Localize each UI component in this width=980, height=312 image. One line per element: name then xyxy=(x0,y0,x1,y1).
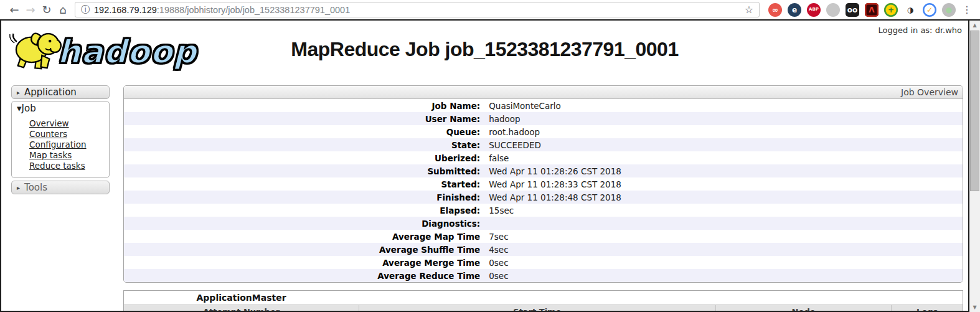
sidebar-section-tools[interactable]: ▸ Tools xyxy=(11,181,110,194)
overview-row-value: 0sec xyxy=(484,258,963,268)
overview-row-label: User Name: xyxy=(124,114,484,124)
overview-row-value: SUCCEEDED xyxy=(484,140,963,150)
overview-row: Diagnostics: xyxy=(124,217,963,230)
infinity-extension-icon[interactable]: ∞ xyxy=(768,3,782,17)
sidebar-link-configuration[interactable]: Configuration xyxy=(29,139,109,150)
overview-row-label: Queue: xyxy=(124,127,484,137)
overview-row-value: hadoop xyxy=(484,114,963,124)
overview-row-value: 0sec xyxy=(484,271,963,281)
overview-row-label: Average Reduce Time xyxy=(124,271,484,281)
am-table-caption: ApplicationMaster xyxy=(124,293,359,303)
page-header: hadoop MapReduce Job job_1523381237791_0… xyxy=(1,21,968,85)
cat-extension-icon[interactable]: ◑ xyxy=(903,3,917,17)
blue-check-extension-icon[interactable]: ✓ xyxy=(923,3,936,17)
binoculars-extension-icon[interactable]: oo xyxy=(846,3,859,17)
sphere-extension-icon[interactable] xyxy=(826,3,840,17)
overview-row: Average Map Time7sec xyxy=(124,230,963,243)
overview-row: State:SUCCEEDED xyxy=(124,138,963,151)
overview-row-label: Average Shuffle Time xyxy=(124,245,484,255)
overview-row: Queue:root.hadoop xyxy=(124,125,963,138)
browser-viewport: hadoop MapReduce Job job_1523381237791_0… xyxy=(0,21,980,312)
am-column-header-start-time: Start Time xyxy=(359,305,715,312)
forward-icon[interactable]: → xyxy=(22,4,39,16)
overview-row-label: Job Name: xyxy=(124,101,484,111)
overview-row-value: false xyxy=(484,153,963,163)
overview-row-label: Uberized: xyxy=(124,153,484,163)
browser-menu-icon[interactable]: ⋮ xyxy=(962,4,972,16)
overview-row: Elapsed:15sec xyxy=(124,204,963,217)
green-plus-extension-icon[interactable]: + xyxy=(884,3,898,17)
am-caption-row: ApplicationMaster xyxy=(124,291,963,305)
vertical-scrollbar[interactable]: ▲ ▼ xyxy=(969,21,980,312)
overview-row-value: 4sec xyxy=(484,245,963,255)
adblock-plus-extension-icon[interactable]: ABP xyxy=(807,3,821,17)
overview-row-label: State: xyxy=(124,140,484,150)
content-row: ▸ Application ▾ Job OverviewCountersConf… xyxy=(1,85,968,312)
hadoop-jobhistory-page: hadoop MapReduce Job job_1523381237791_0… xyxy=(0,21,969,312)
page-info-icon[interactable]: ⓘ xyxy=(81,4,90,16)
overview-row-label: Started: xyxy=(124,179,484,189)
bookmark-star-icon[interactable]: ☆ xyxy=(745,4,753,16)
overview-row-label: Average Map Time xyxy=(124,232,484,242)
am-column-header-logs: Logs xyxy=(891,305,962,312)
job-overview-widget: Job Overview Job Name:QuasiMonteCarloUse… xyxy=(123,85,963,283)
address-bar[interactable]: ⓘ 192.168.79.129 :19888/jobhistory/job/j… xyxy=(75,2,760,17)
job-links: OverviewCountersConfigurationMap tasksRe… xyxy=(12,115,109,171)
chevron-down-icon: ▾ xyxy=(17,103,22,114)
overview-row: Average Reduce Time0sec xyxy=(124,269,963,282)
overview-row: Finished:Wed Apr 11 01:28:48 CST 2018 xyxy=(124,191,963,204)
sidebar-tools-label: Tools xyxy=(24,182,47,193)
am-table-header-row: Attempt NumberStart TimeNodeLogs xyxy=(124,305,963,312)
url-host: 192.168.79.129 xyxy=(94,5,157,15)
home-icon[interactable]: ⌂ xyxy=(55,4,71,16)
overview-row-value: root.hadoop xyxy=(484,127,963,137)
reload-icon[interactable]: ↻ xyxy=(39,4,55,16)
overview-row-label: Finished: xyxy=(124,192,484,202)
overview-row-value: QuasiMonteCarlo xyxy=(484,101,963,111)
scroll-down-icon[interactable]: ▼ xyxy=(969,303,980,312)
logged-in-status: Logged in as: dr.who xyxy=(879,26,962,35)
overview-rows: Job Name:QuasiMonteCarloUser Name:hadoop… xyxy=(124,99,963,282)
hadoop-logo: hadoop xyxy=(9,26,197,72)
sidebar-link-reduce-tasks[interactable]: Reduce tasks xyxy=(29,161,109,171)
url-path: :19888/jobhistory/job/job_1523381237791_… xyxy=(157,5,740,15)
overview-row: Average Merge Time0sec xyxy=(124,256,963,269)
overview-row: Uberized:false xyxy=(124,151,963,164)
overview-row: User Name:hadoop xyxy=(124,112,963,125)
overview-row: Job Name:QuasiMonteCarlo xyxy=(124,99,963,112)
overview-row-label: Diagnostics: xyxy=(124,219,484,229)
application-master-table: ApplicationMaster Attempt NumberStart Ti… xyxy=(123,290,963,312)
am-column-header-attempt-number: Attempt Number xyxy=(124,305,359,312)
sidebar-job-header[interactable]: ▾ Job xyxy=(12,102,109,115)
scrollbar-thumb[interactable] xyxy=(970,31,979,191)
chevron-right-icon: ▸ xyxy=(17,184,20,191)
overview-row-label: Elapsed: xyxy=(124,206,484,215)
chevron-right-icon: ▸ xyxy=(17,89,20,96)
am-column-header-node: Node xyxy=(715,305,892,312)
sidebar-nav: ▸ Application ▾ Job OverviewCountersConf… xyxy=(1,85,123,196)
overview-row-value: Wed Apr 11 01:28:48 CST 2018 xyxy=(484,192,963,202)
extensions-row: ∞eABPooΛ+◑✓● xyxy=(768,3,956,17)
sidebar-section-application[interactable]: ▸ Application xyxy=(11,85,110,99)
sidebar-link-overview[interactable]: Overview xyxy=(29,118,109,129)
green-dot-extension-icon[interactable]: ● xyxy=(942,3,956,17)
edge-extension-icon[interactable]: e xyxy=(788,3,801,17)
sidebar-link-counters[interactable]: Counters xyxy=(29,129,109,139)
overview-row: Submitted:Wed Apr 11 01:28:26 CST 2018 xyxy=(124,164,963,177)
overview-row-label: Submitted: xyxy=(124,166,484,176)
sidebar-application-label: Application xyxy=(24,87,77,98)
hadoop-logo-text: hadoop xyxy=(57,27,197,70)
overview-row-value: Wed Apr 11 01:28:33 CST 2018 xyxy=(484,179,963,189)
overview-row-label: Average Merge Time xyxy=(124,258,484,268)
browser-toolbar: ← → ↻ ⌂ ⓘ 192.168.79.129 :19888/jobhisto… xyxy=(0,0,980,21)
job-overview-title: Job Overview xyxy=(901,87,958,97)
sidebar-job-label: Job xyxy=(22,103,36,114)
back-icon[interactable]: ← xyxy=(6,4,22,16)
main-content: Job Overview Job Name:QuasiMonteCarloUse… xyxy=(123,85,963,312)
overview-row-value: 15sec xyxy=(484,206,963,215)
sidebar-link-map-tasks[interactable]: Map tasks xyxy=(29,150,109,161)
sidebar-section-job: ▾ Job OverviewCountersConfigurationMap t… xyxy=(11,101,110,178)
overview-row: Started:Wed Apr 11 01:28:33 CST 2018 xyxy=(124,177,963,191)
acrobat-extension-icon[interactable]: Λ xyxy=(865,3,879,17)
scroll-up-icon[interactable]: ▲ xyxy=(969,21,980,30)
